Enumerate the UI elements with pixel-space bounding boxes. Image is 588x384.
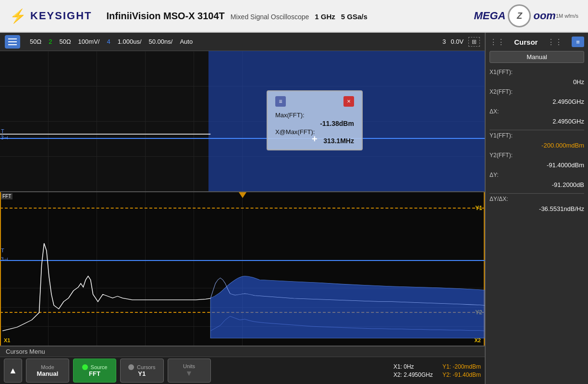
- scope-model: InfiniiVision MSO-X 3104T: [106, 11, 224, 22]
- megazoom-logo: MEGA Z oom 1M wfm/s: [474, 4, 578, 27]
- y2-fft-row: Y2(FFT):: [490, 152, 584, 159]
- delta-y-value: -91.2000dB: [552, 181, 584, 188]
- xy-readout-left: X1: 0Hz X2: 2.4950GHz: [393, 363, 433, 378]
- cursors-button[interactable]: Cursors Y1: [120, 359, 164, 383]
- delta-y-value-row: -91.2000dB: [490, 181, 584, 188]
- x2-fft-value: 2.4950GHz: [552, 98, 584, 105]
- x2-fft-value-row: 2.4950GHz: [490, 98, 584, 105]
- cursor-dots-right: ⋮⋮: [547, 37, 563, 47]
- cursors-value: Y1: [138, 370, 146, 377]
- popup-menu-icon[interactable]: ≡: [275, 96, 286, 107]
- delta-x-value-row: 2.4950GHz: [490, 118, 584, 125]
- x1-fft-value-row: 0Hz: [490, 78, 584, 86]
- up-arrow-icon: ▲: [9, 366, 17, 376]
- bottom-toolbar: Cursors Menu ▲ Mode Manual Source FFT: [0, 346, 485, 384]
- delta-yx-row: ΔY/ΔX:: [490, 196, 584, 202]
- scope-spec2: 5 GSa/s: [341, 12, 368, 21]
- source-inner: Source: [82, 364, 108, 370]
- delta-x-row: ΔX:: [490, 108, 584, 115]
- delta-y-row: ΔY:: [490, 172, 584, 178]
- x2-readout: X2: 2.4950GHz: [393, 372, 433, 378]
- bottom-buttons: ▲ Mode Manual Source FFT Cursors: [0, 357, 485, 384]
- mode-value: Manual: [37, 370, 59, 377]
- panel-menu-icon[interactable]: ≡: [572, 37, 584, 47]
- cursor-dots-left: ⋮⋮: [490, 37, 505, 47]
- x2-fft-label: X2(FFT):: [490, 88, 513, 95]
- panel-menu-symbol: ≡: [576, 38, 580, 46]
- scope-title: InfiniiVision MSO-X 3104T Mixed Signal O…: [106, 11, 464, 22]
- status-right: 3 0.0V ⊞: [442, 37, 480, 47]
- megazoom-sub: 1M wfm/s: [556, 13, 578, 19]
- y1-fft-label: Y1(FFT):: [490, 132, 513, 139]
- units-button[interactable]: Units ▼: [168, 359, 211, 383]
- y2-fft-value-row: -91.4000dBm: [490, 161, 584, 169]
- logo-wave-icon: ⚡: [10, 8, 26, 24]
- y1-readout: Y1: -200mdBm: [442, 363, 481, 370]
- cursors-label: Cursors: [137, 364, 156, 370]
- source-value: FFT: [89, 370, 100, 377]
- main-area: 50Ω 2 50Ω 100mV/ 4 1.000us/ 50.00ns/ Aut…: [0, 33, 588, 384]
- mode-button[interactable]: Mode Manual: [26, 359, 69, 383]
- cursor-panel: ⋮⋮ Cursor ⋮⋮ ≡ Manual X1(FFT): 0Hz X2(FF…: [485, 33, 588, 384]
- ch4-label: 4: [107, 38, 110, 45]
- delta-y-label: ΔY:: [490, 172, 499, 178]
- top-pane: T 3⊣ ≡ × Max(FFT): -: [0, 51, 485, 192]
- panel-divider1: [490, 130, 584, 130]
- popup-plus-icon: +: [312, 134, 318, 145]
- cursor-panel-header: ⋮⋮ Cursor ⋮⋮ ≡: [490, 37, 584, 47]
- time-div1: 1.000us/: [118, 38, 142, 45]
- popup-menu-symbol: ≡: [279, 98, 282, 105]
- brand-name: KEYSIGHT: [30, 10, 92, 22]
- cursor-readouts: X1: 0Hz X2: 2.4950GHz Y1: -200mdBm: [393, 363, 481, 378]
- scope-subtitle: Mixed Signal Oscilloscope: [231, 13, 309, 21]
- delta-yx-label: ΔY/ΔX:: [490, 196, 508, 202]
- ch1-impedance: 50Ω: [30, 38, 41, 45]
- ch3-impedance: 50Ω: [59, 38, 71, 45]
- header: ⚡ KEYSIGHT InfiniiVision MSO-X 3104T Mix…: [0, 0, 588, 33]
- popup-value1: -11.38dBm: [275, 120, 354, 127]
- trigger-mode: Auto: [180, 38, 193, 45]
- x2-fft-row: X2(FFT):: [490, 88, 584, 95]
- xy-readout-right: Y1: -200mdBm Y2: -91.40dBm: [442, 363, 481, 378]
- zoom-circle: Z: [508, 4, 531, 27]
- x1-readout: X1: 0Hz: [393, 363, 433, 370]
- panel-divider2: [490, 193, 584, 194]
- menu-icon[interactable]: [5, 35, 20, 49]
- ch4-scale: 100mV/: [78, 38, 100, 45]
- megazoom-text: MEGA: [474, 10, 505, 22]
- y1-fft-value-row: -200.000mdBm: [490, 142, 584, 149]
- manual-button[interactable]: Manual: [490, 51, 584, 63]
- zoom-z-icon: Z: [517, 11, 522, 21]
- delta-x-value: 2.4950GHz: [552, 118, 584, 125]
- popup-close-button[interactable]: ×: [343, 96, 354, 107]
- cursor-panel-title: Cursor: [514, 38, 538, 46]
- time-div2: 50.00ns/: [149, 38, 173, 45]
- delta-x-label: ΔX:: [490, 108, 499, 115]
- delta-yx-value-row: -36.5531ndB/Hz: [490, 205, 584, 212]
- y1-fft-value: -200.000mdBm: [541, 142, 584, 149]
- cursors-inner: Cursors: [128, 364, 156, 370]
- top-cursor-marker: [239, 192, 246, 198]
- keysight-logo: ⚡ KEYSIGHT: [10, 8, 92, 24]
- status-bar: 50Ω 2 50Ω 100mV/ 4 1.000us/ 50.00ns/ Aut…: [0, 33, 485, 51]
- hamburger-icon: [8, 38, 17, 45]
- scope-display: 50Ω 2 50Ω 100mV/ 4 1.000us/ 50.00ns/ Aut…: [0, 33, 485, 384]
- y1-fft-row: Y1(FFT):: [490, 132, 584, 139]
- up-arrow-button[interactable]: ▲: [4, 359, 22, 383]
- x1-fft-row: X1(FFT):: [490, 69, 584, 75]
- top-pane-waveform: [0, 51, 485, 191]
- waveform-area[interactable]: T 3⊣ ≡ × Max(FFT): -: [0, 51, 485, 346]
- ch2-label: 2: [49, 38, 52, 45]
- y2-fft-value: -91.4000dBm: [547, 161, 584, 169]
- scope-view-icon[interactable]: ⊞: [468, 37, 480, 47]
- fft-waveform: [0, 192, 485, 346]
- cursors-menu-label: Cursors Menu: [0, 347, 485, 357]
- source-green-dot: [82, 364, 88, 370]
- source-button[interactable]: Source FFT: [73, 359, 116, 383]
- measurement-popup[interactable]: ≡ × Max(FFT): -11.38dBm X@Max(FFT): 313.…: [267, 90, 363, 150]
- fft-pane: Y1 Y2 X1 X2 FFT T 3⊣: [0, 192, 485, 346]
- popup-header: ≡ ×: [275, 96, 354, 107]
- units-arrow-icon: ▼: [185, 369, 193, 378]
- voltage: 0.0V: [451, 38, 464, 45]
- popup-label1: Max(FFT):: [275, 111, 354, 120]
